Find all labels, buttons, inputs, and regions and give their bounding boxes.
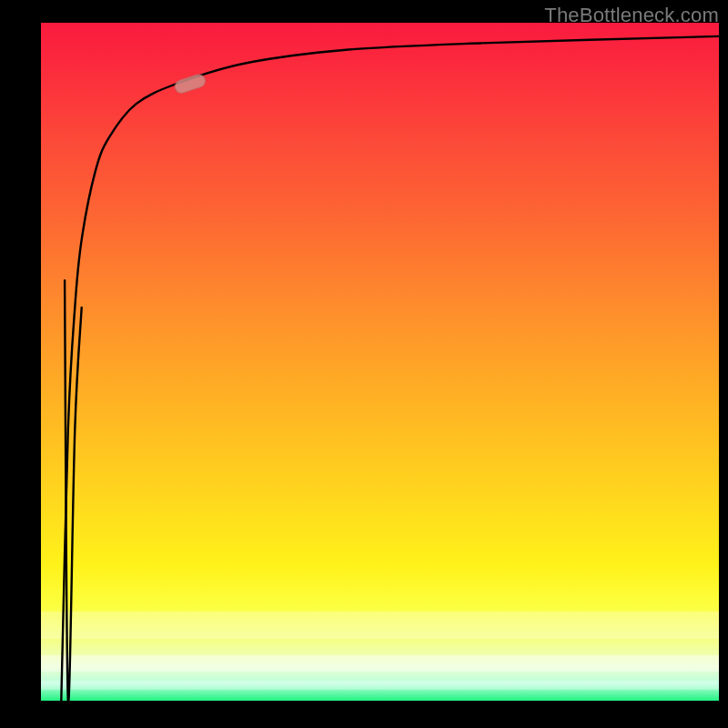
curve-layer	[41, 23, 719, 701]
bottleneck-curve	[61, 36, 719, 701]
plot-area	[41, 23, 719, 701]
curve-marker	[174, 73, 207, 95]
svg-rect-0	[174, 73, 207, 95]
chart-frame: TheBottleneck.com	[0, 0, 728, 728]
watermark-text: TheBottleneck.com	[544, 4, 719, 27]
